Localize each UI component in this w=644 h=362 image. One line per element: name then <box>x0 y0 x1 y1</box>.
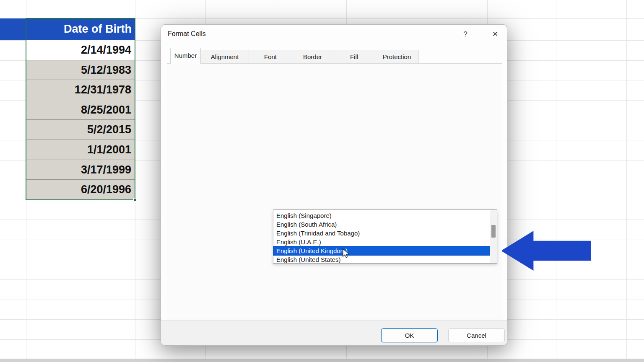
tab-number[interactable]: Number <box>170 48 201 64</box>
sheet-bottom-band <box>0 359 644 362</box>
gridline <box>556 0 556 359</box>
locale-option-south-africa[interactable]: English (South Africa) <box>273 220 490 229</box>
locale-option-trinidad[interactable]: English (Trinidad and Tobago) <box>273 229 490 238</box>
locale-option-list: English (Singapore) English (South Afric… <box>273 209 497 264</box>
tab-border[interactable]: Border <box>292 50 333 64</box>
gridline <box>135 0 135 359</box>
mouse-cursor-icon <box>343 248 350 260</box>
dialog-title: Format Cells <box>168 30 206 38</box>
ok-button[interactable]: OK <box>381 328 438 342</box>
selection-fill-handle[interactable] <box>133 198 137 202</box>
locale-option-united-kingdom[interactable]: English (United Kingdom) <box>273 246 490 255</box>
date-cell[interactable]: 1/1/2001 <box>26 140 135 160</box>
date-cell[interactable]: 3/17/1999 <box>26 160 135 180</box>
dialog-tabbar: Number Alignment Font Border Fill Protec… <box>170 49 419 64</box>
number-tab-page <box>167 63 502 320</box>
locale-list-scrollbar[interactable] <box>490 210 497 263</box>
gridline <box>626 0 627 359</box>
tab-font[interactable]: Font <box>249 50 292 64</box>
date-cell[interactable]: 5/2/2015 <box>26 120 135 140</box>
date-cell[interactable]: 2/14/1994 <box>26 40 135 60</box>
tab-alignment[interactable]: Alignment <box>201 50 249 64</box>
date-cell[interactable]: 5/12/1983 <box>26 60 135 80</box>
cancel-button[interactable]: Cancel <box>448 328 505 342</box>
help-icon[interactable]: ? <box>460 29 470 39</box>
dialog-footer: OK Cancel <box>161 320 507 345</box>
close-icon[interactable]: ✕ <box>489 28 501 40</box>
locale-option-singapore[interactable]: English (Singapore) <box>273 211 490 220</box>
date-cell[interactable]: 6/20/1996 <box>26 180 135 200</box>
header-cell-left[interactable] <box>0 18 26 40</box>
locale-option-uae[interactable]: English (U.A.E.) <box>273 238 490 246</box>
locale-option-united-states[interactable]: English (United States) <box>273 255 490 264</box>
column-header-date-of-birth[interactable]: Date of Birth <box>26 18 135 40</box>
date-cell[interactable]: 12/31/1978 <box>26 80 135 100</box>
date-cell[interactable]: 8/25/2001 <box>26 100 135 120</box>
tab-protection[interactable]: Protection <box>375 50 419 64</box>
tab-fill[interactable]: Fill <box>333 50 375 64</box>
format-cells-dialog: Format Cells ? ✕ Number Alignment Font B… <box>161 24 507 346</box>
scrollbar-thumb[interactable] <box>491 225 496 238</box>
